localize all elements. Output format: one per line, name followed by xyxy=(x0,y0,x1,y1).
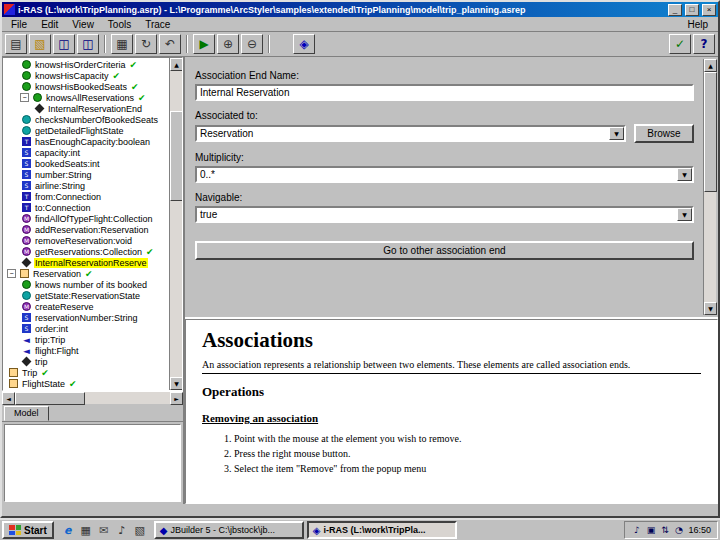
form-vscroll-thumb[interactable] xyxy=(704,72,717,192)
volume-icon[interactable]: ♪ xyxy=(631,525,642,536)
tree-item[interactable]: Tto:Connection xyxy=(3,202,169,213)
network-icon[interactable]: ⇅ xyxy=(659,525,670,536)
tree-item[interactable]: knowsHisOrderCriteria✔ xyxy=(3,59,169,70)
start-button[interactable]: Start xyxy=(2,521,54,539)
navigable-select[interactable]: true ▼ xyxy=(195,206,694,223)
task-label: i-RAS (L:\work\TripPla... xyxy=(324,525,426,535)
tree-item[interactable]: MremoveReservation:void xyxy=(3,235,169,246)
go-to-other-end-button[interactable]: Go to other association end xyxy=(195,241,694,260)
menu-trace[interactable]: Trace xyxy=(138,19,177,30)
tree-item[interactable]: Trip✔ xyxy=(3,367,169,378)
tab-model[interactable]: Model xyxy=(4,406,49,421)
tree-item[interactable]: ◄trip:Trip xyxy=(3,334,169,345)
m-icon: M xyxy=(22,302,31,311)
chevron-down-icon[interactable]: ▼ xyxy=(609,127,624,140)
ie-icon[interactable]: e xyxy=(60,522,76,538)
tree-item[interactable]: ◄flight:Flight xyxy=(3,345,169,356)
chevron-down-icon[interactable]: ▼ xyxy=(677,168,692,181)
maximize-button[interactable]: □ xyxy=(685,4,699,16)
task-button[interactable]: ◆JBuilder 5 - C:\jbstock\jb... xyxy=(154,521,304,539)
tree-item[interactable]: MaddReservation:Reservation xyxy=(3,224,169,235)
multiplicity-select[interactable]: 0..* ▼ xyxy=(195,166,694,183)
tree-item[interactable]: getDetailedFlightState xyxy=(3,125,169,136)
tree-vscroll-track[interactable] xyxy=(170,71,182,377)
check-icon: ✔ xyxy=(69,379,77,389)
media-icon[interactable]: ♪ xyxy=(114,522,130,538)
help-icon[interactable]: ? xyxy=(693,34,715,54)
tree-item[interactable]: Scapacity:int xyxy=(3,147,169,158)
association-end-form: Association End Name: Associated to: Res… xyxy=(185,57,718,319)
tree-item[interactable]: SbookedSeats:int xyxy=(3,158,169,169)
tree-vscroll-thumb[interactable] xyxy=(170,111,183,201)
tree-item[interactable]: Snumber:String xyxy=(3,169,169,180)
menu-help[interactable]: Help xyxy=(679,19,716,30)
model-icon[interactable]: ◈ xyxy=(293,34,315,54)
form-vscroll-track[interactable] xyxy=(704,72,716,302)
tree-item[interactable]: knows number of its booked xyxy=(3,279,169,290)
scroll-up-icon[interactable]: ▲ xyxy=(704,59,717,72)
menu-file[interactable]: File xyxy=(4,19,34,30)
tree-item-label: findAllOfTypeFlight:Collection xyxy=(34,214,154,224)
verify-icon[interactable]: ✓ xyxy=(669,34,691,54)
tree-item[interactable]: Sorder:int xyxy=(3,323,169,334)
tree-item[interactable]: InternalReservationReserve xyxy=(3,257,169,268)
minimize-button[interactable]: _ xyxy=(668,4,682,16)
saveall-icon[interactable]: ◫ xyxy=(77,34,99,54)
tree-horizontal-scrollbar[interactable]: ◄ ► xyxy=(2,391,183,404)
tree-item-label: trip:Trip xyxy=(34,335,66,345)
tree-item[interactable]: knowsHisBookedSeats✔ xyxy=(3,81,169,92)
tree-item[interactable]: −Reservation✔ xyxy=(3,268,169,279)
display-icon[interactable]: ▣ xyxy=(645,525,656,536)
tree-item[interactable]: trip xyxy=(3,356,169,367)
chevron-down-icon[interactable]: ▼ xyxy=(677,208,692,221)
tree-item[interactable]: MgetReservations:Collection✔ xyxy=(3,246,169,257)
zoomout-icon[interactable]: ⊖ xyxy=(241,34,263,54)
scheduler-icon[interactable]: ◔ xyxy=(673,525,684,536)
tree-item[interactable]: Sairline:String xyxy=(3,180,169,191)
tree-item[interactable]: getState:ReservationState xyxy=(3,290,169,301)
save-icon[interactable]: ◫ xyxy=(53,34,75,54)
tree-hscroll-track[interactable] xyxy=(15,392,170,404)
tree-expander-icon[interactable]: − xyxy=(20,93,29,102)
browse-button[interactable]: Browse xyxy=(634,124,694,143)
run-icon[interactable]: ▶ xyxy=(193,34,215,54)
tree-hscroll-thumb[interactable] xyxy=(15,392,85,405)
refresh-icon[interactable]: ↻ xyxy=(135,34,157,54)
titlebar[interactable]: i-RAS (L:\work\TripPlanning.asrp) - L:\P… xyxy=(2,2,718,17)
form-vertical-scrollbar[interactable]: ▲ ▼ xyxy=(703,59,716,315)
tree-item[interactable]: checksNumberOfBookedSeats xyxy=(3,114,169,125)
tree-item[interactable]: MfindAllOfTypeFlight:Collection xyxy=(3,213,169,224)
scroll-down-icon[interactable]: ▼ xyxy=(704,302,717,315)
assoc-end-name-input[interactable] xyxy=(195,84,694,101)
tree-item[interactable]: FlightState✔ xyxy=(3,378,169,389)
menu-edit[interactable]: Edit xyxy=(34,19,65,30)
associated-to-select[interactable]: Reservation ▼ xyxy=(195,125,626,142)
close-button[interactable]: × xyxy=(702,4,716,16)
zoomin-icon[interactable]: ⊕ xyxy=(217,34,239,54)
tree-item[interactable]: InternalReservationEnd xyxy=(3,103,169,114)
tree-expander-icon[interactable]: − xyxy=(7,269,16,278)
tree-item[interactable]: −knowsAllReservations✔ xyxy=(3,92,169,103)
open-icon[interactable]: ▧ xyxy=(29,34,51,54)
desktop-icon[interactable]: ▦ xyxy=(78,522,94,538)
scroll-down-icon[interactable]: ▼ xyxy=(170,377,183,390)
tree-item[interactable]: knowsHisCapacity✔ xyxy=(3,70,169,81)
new-icon[interactable]: ▤ xyxy=(5,34,27,54)
tree-item[interactable]: ThasEnoughCapacity:boolean xyxy=(3,136,169,147)
check-icon: ✔ xyxy=(41,368,49,378)
menu-view[interactable]: View xyxy=(65,19,101,30)
model-tab-row: Model xyxy=(2,404,183,422)
menu-tools[interactable]: Tools xyxy=(101,19,138,30)
tree-item[interactable]: Tfrom:Connection xyxy=(3,191,169,202)
scroll-up-icon[interactable]: ▲ xyxy=(170,58,183,71)
tree-item[interactable]: McreateReserve xyxy=(3,301,169,312)
mail-icon[interactable]: ✉ xyxy=(96,522,112,538)
app-window: i-RAS (L:\work\TripPlanning.asrp) - L:\P… xyxy=(0,0,720,518)
tree-vertical-scrollbar[interactable]: ▲ ▼ xyxy=(169,58,182,390)
explorer-icon[interactable]: ▧ xyxy=(132,522,148,538)
undo-icon[interactable]: ↶ xyxy=(159,34,181,54)
task-button[interactable]: ◈i-RAS (L:\work\TripPla... xyxy=(307,521,457,539)
t-icon: T xyxy=(22,203,31,212)
print-icon[interactable]: ▦ xyxy=(111,34,133,54)
tree-item[interactable]: SreservationNumber:String xyxy=(3,312,169,323)
